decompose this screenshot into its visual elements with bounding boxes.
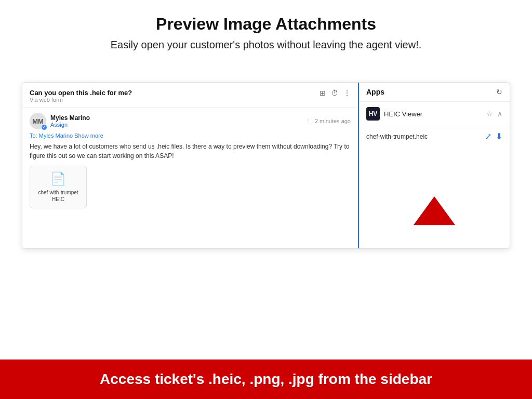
file-icon: 📄 [50,171,66,186]
ticket-title: Can you open this .heic for me? [30,89,132,97]
heic-viewer-app-item: HV HEIC Viewer ☆ ∧ [359,102,510,128]
apps-panel: Apps ↻ HV HEIC Viewer ☆ ∧ chef-with-trum… [359,83,510,248]
app-item-header: HV HEIC Viewer ☆ ∧ [366,107,502,121]
filter-icon[interactable]: ⊞ [320,89,326,97]
heic-viewer-icon: HV [366,107,380,121]
more-message-options-icon[interactable]: ⋮ [305,118,311,125]
ticket-title-block: Can you open this .heic for me? Via web … [30,89,132,103]
more-options-icon[interactable]: ⋮ [343,89,351,97]
timestamp: 2 minutes ago [315,118,351,124]
arrow-container [359,144,510,248]
message-meta: MM ✓ Myles Marino Assign ⋮ 2 minutes ago [30,113,351,129]
app-item-left: HV HEIC Viewer [366,107,422,121]
avatar-badge: ✓ [41,124,47,130]
apps-header: Apps ↻ [359,83,510,102]
pin-icon[interactable]: ☆ [486,110,493,118]
message-body: Hey, we have a lot of customers who send… [30,142,351,161]
attachment-name: chef-with-trumpet HEIC [35,189,81,203]
download-icon[interactable]: ⬇ [496,131,502,141]
ticket-source: Via web form [30,97,132,103]
to-line: To: Myles Marino Show more [30,132,351,139]
screenshot-mockup: Can you open this .heic for me? Via web … [22,82,510,249]
ticket-header: Can you open this .heic for me? Via web … [22,83,358,108]
file-row: chef-with-trumpet.heic ⤢ ⬇ [359,128,510,144]
file-actions: ⤢ ⬇ [485,131,502,141]
collapse-icon[interactable]: ∧ [497,110,502,118]
refresh-icon[interactable]: ↻ [496,88,502,96]
sender-name: Myles Marino [50,114,90,122]
avatar: MM ✓ [30,113,46,129]
apps-panel-title: Apps [366,88,384,96]
page-wrapper: Preview Image Attachments Easily open yo… [0,0,532,399]
assign-link[interactable]: Assign [50,122,90,128]
header-section: Preview Image Attachments Easily open yo… [0,0,532,56]
file-name: chef-with-trumpet.heic [366,133,428,140]
history-icon[interactable]: ⏱ [331,89,338,97]
to-label: To: [30,132,37,139]
app-name: HEIC Viewer [384,110,422,118]
sender-block: MM ✓ Myles Marino Assign [30,113,90,129]
show-more-link[interactable]: Show more [74,132,103,139]
banner-text: Access ticket's .heic, .png, .jpg from t… [100,371,432,388]
subtitle: Easily open your customer's photos witho… [21,39,511,51]
expand-icon[interactable]: ⤢ [485,131,491,141]
arrow-head [414,196,455,225]
sender-info: Myles Marino Assign [50,114,90,128]
bottom-banner: Access ticket's .heic, .png, .jpg from t… [0,360,532,399]
app-item-actions: ☆ ∧ [486,110,502,118]
ticket-message: MM ✓ Myles Marino Assign ⋮ 2 minutes ago [22,108,358,214]
ticket-panel: Can you open this .heic for me? Via web … [22,83,359,248]
message-time: ⋮ 2 minutes ago [305,118,351,125]
attachment-card[interactable]: 📄 chef-with-trumpet HEIC [30,166,87,208]
page-title: Preview Image Attachments [21,15,511,34]
ticket-header-icons: ⊞ ⏱ ⋮ [320,89,351,97]
to-name: Myles Marino [39,132,73,139]
blobs-row [22,56,510,82]
